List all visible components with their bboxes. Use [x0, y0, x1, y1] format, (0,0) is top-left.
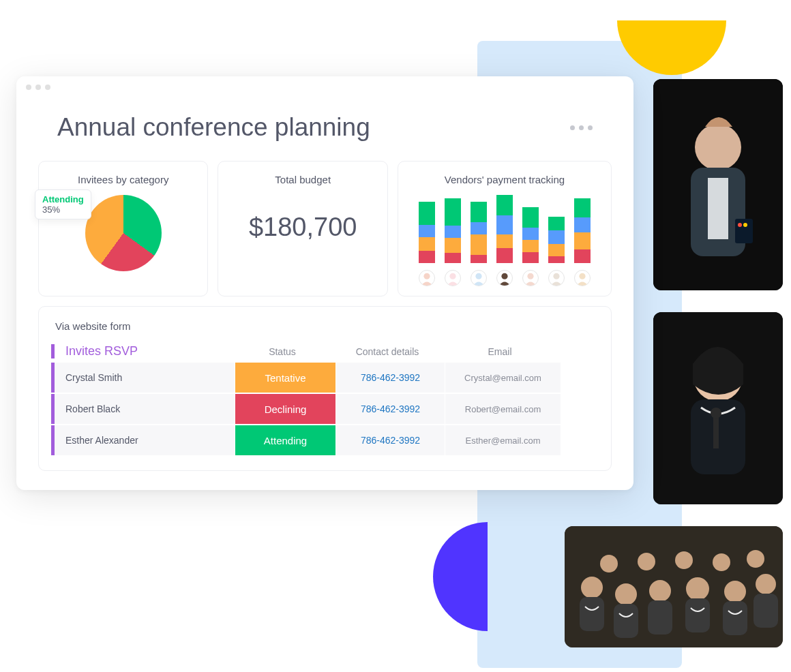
svg-point-1: [695, 124, 741, 170]
stacked-bar: [522, 207, 539, 263]
widget-vendors[interactable]: Vendors' payment tracking: [398, 161, 612, 296]
svg-rect-25: [614, 604, 638, 638]
svg-point-34: [527, 273, 533, 279]
bar-segment: [548, 244, 565, 256]
photo-audience: [565, 526, 783, 647]
pie-chart: [85, 195, 162, 271]
bar-segment: [496, 215, 513, 234]
window-dot-icon: [26, 85, 31, 90]
svg-point-21: [675, 551, 693, 569]
rsvp-group-title[interactable]: Invites RSVP: [65, 344, 138, 358]
rsvp-table-section: Via website form Invites RSVP Status Con…: [38, 306, 612, 471]
svg-point-13: [581, 577, 603, 598]
bar-segment: [445, 253, 461, 263]
widget-title: Vendors' payment tracking: [409, 174, 600, 185]
bar-segment: [522, 207, 539, 228]
svg-point-23: [747, 550, 764, 568]
widget-budget[interactable]: Total budget $180,700: [218, 161, 387, 296]
vendor-avatar[interactable]: [471, 270, 487, 286]
page-title: Annual conference planning: [57, 113, 370, 142]
svg-point-15: [649, 580, 671, 602]
bar-segment: [471, 202, 487, 222]
svg-point-20: [638, 553, 655, 570]
cell-status[interactable]: Declining: [235, 394, 336, 424]
svg-point-16: [686, 577, 709, 600]
svg-rect-4: [735, 219, 753, 243]
svg-rect-27: [685, 598, 710, 632]
table-caption: Via website form: [55, 320, 592, 332]
bar-segment: [445, 238, 461, 253]
window-dot-icon: [45, 85, 50, 90]
cell-status[interactable]: Attending: [235, 425, 336, 455]
bar-segment: [574, 249, 591, 263]
svg-point-36: [579, 273, 585, 279]
pie-callout: Attending 35%: [35, 189, 91, 219]
photo-attendee-mic: [653, 312, 783, 504]
budget-value: $180,700: [229, 213, 376, 242]
bar-segment: [522, 240, 539, 252]
svg-point-19: [600, 555, 618, 572]
cell-contact[interactable]: 786-462-3992: [336, 363, 445, 393]
ellipsis-icon: [570, 125, 575, 130]
bar-segment: [496, 248, 513, 263]
cell-contact[interactable]: 786-462-3992: [336, 394, 445, 424]
vendor-avatar[interactable]: [548, 270, 565, 286]
cell-email[interactable]: Crystal@email.com: [445, 363, 561, 393]
bar-segment: [574, 198, 591, 217]
pie-callout-percent: 35%: [42, 204, 84, 215]
table-row[interactable]: Crystal SmithTentative786-462-3992Crysta…: [51, 363, 592, 393]
svg-rect-29: [753, 594, 778, 628]
stacked-bar-chart: [409, 195, 600, 263]
widget-invitees[interactable]: Invitees by category Attending 35%: [38, 161, 208, 296]
vendor-avatar[interactable]: [445, 270, 461, 286]
cell-status[interactable]: Tentative: [235, 363, 336, 393]
vendor-avatars-row: [409, 270, 600, 286]
svg-rect-28: [723, 601, 747, 635]
column-header-status: Status: [232, 346, 333, 357]
bar-segment: [548, 217, 565, 230]
svg-point-35: [553, 273, 559, 279]
vendor-avatar[interactable]: [496, 270, 513, 286]
window-dot-icon: [35, 85, 41, 90]
stacked-bar: [445, 198, 461, 263]
svg-rect-26: [648, 600, 672, 635]
bar-segment: [445, 226, 461, 238]
cell-name: Crystal Smith: [55, 363, 235, 393]
stacked-bar: [548, 217, 565, 263]
cell-contact[interactable]: 786-462-3992: [336, 425, 445, 455]
bar-segment: [522, 252, 539, 263]
bar-segment: [471, 222, 487, 234]
photo-speaker: [653, 79, 783, 290]
cell-email[interactable]: Robert@email.com: [445, 394, 561, 424]
svg-point-6: [743, 223, 747, 227]
bar-segment: [419, 225, 435, 237]
svg-rect-10: [713, 414, 719, 448]
pie-callout-label: Attending: [42, 194, 84, 204]
bar-segment: [548, 256, 565, 263]
bar-segment: [419, 251, 435, 263]
column-header-contact: Contact details: [333, 346, 442, 357]
ellipsis-icon: [588, 125, 593, 130]
vendor-avatar[interactable]: [419, 270, 435, 286]
bar-segment: [522, 228, 539, 240]
widget-title: Total budget: [229, 174, 376, 185]
svg-point-31: [449, 273, 456, 279]
bar-segment: [471, 234, 487, 255]
stacked-bar: [496, 195, 513, 263]
window-titlebar: [16, 76, 633, 90]
bar-segment: [419, 202, 435, 225]
more-options-button[interactable]: [570, 125, 593, 130]
cell-email[interactable]: Esther@email.com: [445, 425, 561, 455]
bar-segment: [496, 195, 513, 215]
stacked-bar: [471, 202, 487, 263]
vendor-avatar[interactable]: [574, 270, 591, 286]
vendor-avatar[interactable]: [522, 270, 539, 286]
table-row[interactable]: Robert BlackDeclining786-462-3992Robert@…: [51, 394, 592, 424]
bar-segment: [445, 198, 461, 226]
svg-point-14: [615, 583, 637, 605]
stacked-bar: [419, 202, 435, 263]
bar-segment: [471, 255, 487, 263]
table-row[interactable]: Esther AlexanderAttending786-462-3992Est…: [51, 425, 592, 455]
dashboard-card: Annual conference planning Invitees by c…: [16, 76, 633, 490]
cell-name: Robert Black: [55, 394, 235, 424]
